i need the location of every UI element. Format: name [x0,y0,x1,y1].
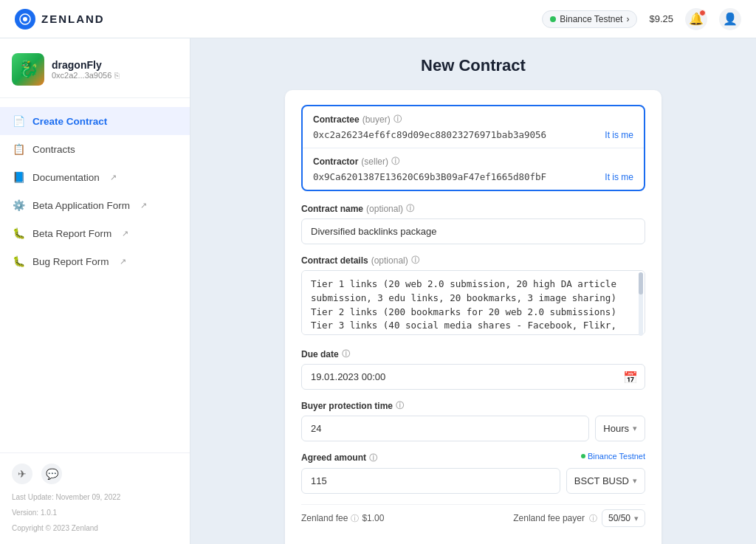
new-contract-form: Contractee (buyer) ⓘ 0xc2a26234ef6fc89d0… [285,90,662,544]
due-date-input[interactable] [301,364,645,390]
copy-address-icon[interactable]: ⎘ [114,71,120,80]
contract-name-input[interactable] [301,218,645,244]
due-date-wrap: 📅 [301,364,645,390]
sidebar-nav: 📄 Create Contract 📋 Contracts 📘 Document… [0,98,190,452]
user-info: dragonFly 0xc2a2...3a9056 ⎘ [52,59,120,80]
sidebar-item-bug-report[interactable]: 🐛 Bug Report Form ↗ [0,247,190,275]
contractee-row: Contractee (buyer) ⓘ 0xc2a26234ef6fc89d0… [303,106,644,148]
sidebar: 🐉 dragonFly 0xc2a2...3a9056 ⎘ 📄 Create C… [0,38,190,544]
user-avatar-button[interactable]: 👤 [719,8,741,30]
fee-row: Zenland fee ⓘ $1.00 Zenland fee payer ⓘ … [301,504,645,531]
discord-icon[interactable]: 💬 [41,464,62,484]
parties-box: Contractee (buyer) ⓘ 0xc2a26234ef6fc89d0… [301,105,645,191]
sidebar-item-contracts[interactable]: 📋 Contracts [0,135,190,163]
chevron-down-icon: ▾ [633,424,637,433]
external-link-icon: ↗ [140,201,147,210]
avatar: 🐉 [12,53,44,86]
external-link-icon: ↗ [120,257,126,266]
chevron-down-icon: ▾ [634,514,639,523]
contractor-it-is-me[interactable]: It is me [605,172,633,182]
sidebar-item-documentation[interactable]: 📘 Documentation ↗ [0,163,190,191]
external-link-icon: ↗ [122,229,128,238]
due-date-label: Due date ⓘ [301,348,645,359]
contractor-row: Contractor (seller) ⓘ 0x9Ca6201387E13620… [303,148,644,190]
chevron-right-icon: › [626,14,629,24]
sidebar-item-create-contract[interactable]: 📄 Create Contract [0,107,190,135]
contract-details-info-icon[interactable]: ⓘ [411,255,419,266]
buyer-protection-input[interactable] [301,416,589,441]
contractee-address: 0xc2a26234ef6fc89d09ec88023276971bab3a90… [313,129,546,140]
social-icons: ✈ 💬 [12,464,178,484]
agreed-amount-label: Agreed amount ⓘ [301,452,377,464]
topnav: ZENLAND Binance Testnet › $9.25 🔔 👤 [0,0,756,38]
agreed-amount-input[interactable] [301,468,560,494]
notif-badge [699,10,706,16]
user-address: 0xc2a2...3a9056 ⎘ [52,71,120,80]
contract-name-info-icon[interactable]: ⓘ [406,203,414,214]
contract-details-wrap: Tier 1 links (20 web 2.0 submission, 20 … [301,270,645,338]
due-date-group: Due date ⓘ 📅 [301,348,645,390]
sidebar-item-beta-application[interactable]: ⚙️ Beta Application Form ↗ [0,191,190,219]
sidebar-user: 🐉 dragonFly 0xc2a2...3a9056 ⎘ [0,38,190,98]
contract-details-group: Contract details (optional) ⓘ Tier 1 lin… [301,255,645,338]
layout: 🐉 dragonFly 0xc2a2...3a9056 ⎘ 📄 Create C… [0,38,756,544]
fee-payer-info-icon[interactable]: ⓘ [589,513,597,524]
topnav-right: Binance Testnet › $9.25 🔔 👤 [542,8,741,30]
buyer-protection-info-icon[interactable]: ⓘ [396,400,404,411]
sidebar-item-beta-report[interactable]: 🐛 Beta Report Form ↗ [0,219,190,247]
footer-copyright: Copyright © 2023 Zenland [12,523,178,534]
calendar-icon[interactable]: 📅 [623,370,638,384]
chevron-down-icon: ▾ [633,476,637,486]
contractee-label: Contractee (buyer) ⓘ [313,114,633,125]
contractee-info-icon[interactable]: ⓘ [394,114,402,125]
contract-details-input[interactable]: Tier 1 links (20 web 2.0 submission, 20 … [301,270,645,335]
create-contract-icon: 📄 [12,114,25,128]
textarea-scrollbar[interactable] [639,272,643,336]
user-name: dragonFly [52,59,120,71]
textarea-scrollthumb [639,272,643,295]
main-content: New Contract Contractee (buyer) ⓘ 0xc2a2… [190,38,756,544]
network-dot [550,16,556,22]
contract-details-label: Contract details (optional) ⓘ [301,255,645,266]
network-dot-small [581,454,585,458]
fee-payer-select[interactable]: 50/50 ▾ [602,509,645,527]
contractor-value-row: 0x9Ca6201387E13620C69b3B09aF47ef1665d80f… [313,171,633,182]
fee-info-icon[interactable]: ⓘ [351,513,359,524]
due-date-info-icon[interactable]: ⓘ [342,348,350,359]
bug-report-icon: 🐛 [12,255,25,268]
buyer-protection-inputs: Hours ▾ [301,416,645,441]
zenland-fee-left: Zenland fee ⓘ $1.00 [301,513,384,524]
network-selector[interactable]: Binance Testnet › [542,10,637,28]
notifications-button[interactable]: 🔔 [685,8,707,30]
agreed-amount-inputs: BSCT BUSD ▾ [301,468,645,494]
footer-version: Version: 1.0.1 [12,507,178,518]
agreed-amount-info-icon[interactable]: ⓘ [369,452,377,464]
logo: ZENLAND [15,9,105,30]
agreed-amount-network: Binance Testnet [581,452,645,461]
agreed-amount-group: Agreed amount ⓘ Binance Testnet BSCT BUS… [301,452,645,494]
documentation-icon: 📘 [12,171,25,184]
balance-display: $9.25 [649,13,673,24]
contracts-icon: 📋 [12,142,25,156]
buyer-protection-label: Buyer protection time ⓘ [301,400,645,411]
telegram-icon[interactable]: ✈ [12,464,32,484]
buyer-protection-unit-select[interactable]: Hours ▾ [595,416,645,441]
beta-report-icon: 🐛 [12,227,25,240]
contractor-info-icon[interactable]: ⓘ [391,156,399,167]
beta-application-icon: ⚙️ [12,199,25,212]
currency-select[interactable]: BSCT BUSD ▾ [566,468,645,494]
footer-last-update: Last Update: November 09, 2022 [12,492,178,503]
buyer-protection-group: Buyer protection time ⓘ Hours ▾ [301,400,645,441]
zenland-fee-right: Zenland fee payer ⓘ 50/50 ▾ [513,509,645,527]
contractor-label: Contractor (seller) ⓘ [313,156,633,167]
logo-icon [15,9,35,30]
contract-name-label: Contract name (optional) ⓘ [301,203,645,214]
contractee-it-is-me[interactable]: It is me [605,130,633,140]
contract-name-group: Contract name (optional) ⓘ [301,203,645,244]
sidebar-footer: ✈ 💬 Last Update: November 09, 2022 Versi… [0,452,190,544]
contractor-address: 0x9Ca6201387E13620C69b3B09aF47ef1665d80f… [313,171,546,182]
contractee-value-row: 0xc2a26234ef6fc89d09ec88023276971bab3a90… [313,129,633,140]
external-link-icon: ↗ [110,173,117,182]
page-title: New Contract [214,56,732,75]
